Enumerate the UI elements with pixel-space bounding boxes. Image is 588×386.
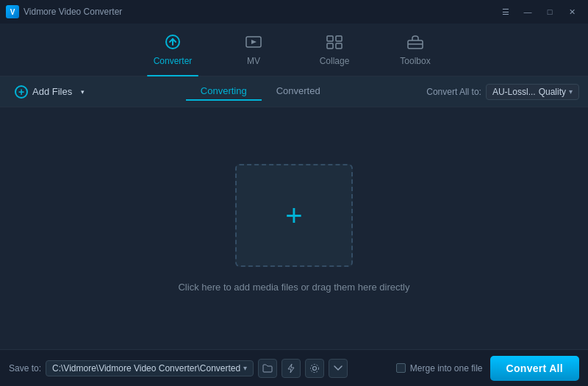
drop-hint: Click here to add media files or drag th… xyxy=(178,282,409,293)
footer: Save to: C:\Vidmore\Vidmore Video Conver… xyxy=(0,349,588,386)
merge-label[interactable]: Merge into one file xyxy=(410,363,483,374)
mv-icon xyxy=(244,34,263,53)
svg-rect-4 xyxy=(327,43,333,49)
app-icon: V xyxy=(6,5,19,18)
svg-rect-5 xyxy=(336,43,342,49)
format-value: AU-Lossl... xyxy=(492,87,536,97)
app-title: Vidmore Video Converter xyxy=(24,7,122,17)
save-path-arrow: ▾ xyxy=(243,364,247,372)
tab-mv[interactable]: MV xyxy=(213,24,294,76)
toolbar-right: Convert All to: AU-Lossl... Quality ▾ xyxy=(426,84,579,100)
svg-point-9 xyxy=(311,364,319,372)
save-path-text: C:\Vidmore\Vidmore Video Converter\Conve… xyxy=(52,363,240,374)
lightning-button[interactable] xyxy=(282,359,301,378)
tab-converting[interactable]: Converting xyxy=(186,82,262,101)
main-content: + Click here to add media files or drag … xyxy=(0,107,588,349)
tab-mv-label: MV xyxy=(247,56,260,66)
convert-all-button[interactable]: Convert All xyxy=(490,356,579,381)
open-folder-button[interactable] xyxy=(258,359,277,378)
toolbar: + Add Files ▾ Converting Converted Conve… xyxy=(0,76,588,107)
maximize-button[interactable]: □ xyxy=(539,4,560,19)
toolbox-icon xyxy=(406,34,425,53)
convert-all-to-label: Convert All to: xyxy=(426,87,481,97)
tab-collage[interactable]: Collage xyxy=(294,24,375,76)
format-selector[interactable]: AU-Lossl... Quality ▾ xyxy=(486,84,579,100)
gear-dropdown-button[interactable] xyxy=(329,359,348,378)
converter-icon xyxy=(163,34,182,53)
svg-rect-3 xyxy=(336,36,342,41)
tab-toolbox-label: Toolbox xyxy=(400,56,430,66)
save-to-label: Save to: xyxy=(9,363,41,374)
merge-check-area: Merge into one file xyxy=(396,363,483,374)
format-suffix: Quality xyxy=(539,87,566,97)
footer-right: Merge into one file Convert All xyxy=(396,356,579,381)
tab-converter[interactable]: Converter xyxy=(132,24,213,76)
footer-left: Save to: C:\Vidmore\Vidmore Video Conver… xyxy=(9,359,348,378)
tab-collage-label: Collage xyxy=(320,56,350,66)
toolbar-left: + Add Files ▾ xyxy=(9,82,94,101)
add-files-dropdown-arrow[interactable]: ▾ xyxy=(76,86,88,98)
add-files-icon: + xyxy=(15,85,28,99)
add-files-button[interactable]: + Add Files ▾ xyxy=(9,82,94,101)
settings-button[interactable] xyxy=(305,359,324,378)
merge-checkbox[interactable] xyxy=(396,363,406,373)
menu-button[interactable]: ☰ xyxy=(495,4,516,19)
collage-icon xyxy=(325,34,344,53)
tab-converter-label: Converter xyxy=(154,56,193,66)
add-files-label: Add Files xyxy=(32,86,72,97)
close-button[interactable]: ✕ xyxy=(562,4,582,19)
svg-point-8 xyxy=(313,366,317,370)
tab-toolbox[interactable]: Toolbox xyxy=(375,24,456,76)
nav-tabs: Converter MV Collage xyxy=(0,24,588,76)
format-dropdown-arrow: ▾ xyxy=(569,87,573,96)
minimize-button[interactable]: — xyxy=(517,4,538,19)
window-controls: ☰ — □ ✕ xyxy=(495,4,582,19)
toolbar-center: Converting Converted xyxy=(186,82,335,101)
save-path-selector[interactable]: C:\Vidmore\Vidmore Video Converter\Conve… xyxy=(46,360,254,376)
title-bar: V Vidmore Video Converter ☰ — □ ✕ xyxy=(0,0,588,24)
plus-icon: + xyxy=(285,201,302,230)
title-left: V Vidmore Video Converter xyxy=(6,5,122,18)
drop-zone[interactable]: + xyxy=(235,164,353,267)
svg-rect-2 xyxy=(327,36,333,41)
tab-converted[interactable]: Converted xyxy=(262,82,335,101)
